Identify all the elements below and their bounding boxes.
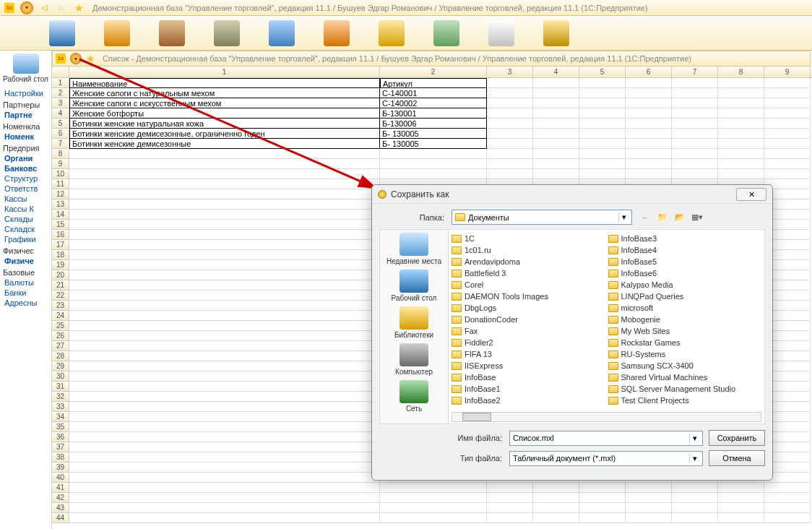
folder-item[interactable]: Corel: [452, 279, 605, 291]
folder-item[interactable]: InfoBase3: [608, 233, 762, 244]
toolbar-icon-1[interactable]: [49, 20, 75, 46]
place-item[interactable]: Компьютер: [380, 343, 448, 376]
cancel-button[interactable]: Отмена: [709, 450, 765, 466]
sidebar-link[interactable]: Кассы: [4, 194, 51, 203]
place-item[interactable]: Библиотеки: [380, 306, 448, 339]
folder-item[interactable]: Test Client Projects: [608, 395, 762, 406]
table-row[interactable]: 4Женские ботфортыБ-130001: [52, 108, 812, 119]
toolbar-icon-7[interactable]: [379, 20, 405, 46]
table-row[interactable]: 44: [52, 513, 812, 523]
folder-item[interactable]: IISExpress: [452, 360, 605, 371]
folder-item[interactable]: DAEMON Tools Images: [452, 291, 605, 302]
chevron-down-icon[interactable]: ▾: [618, 212, 629, 222]
sidebar-link[interactable]: Банковс: [4, 164, 51, 173]
folder-item[interactable]: Rockstar Games: [608, 337, 762, 348]
folder-item[interactable]: RU-Systems: [608, 348, 762, 360]
sidebar-link[interactable]: Графики: [4, 235, 51, 244]
table-row[interactable]: 9: [52, 159, 812, 169]
folder-item[interactable]: Mobogenie: [608, 314, 762, 325]
sidebar-home[interactable]: Рабочий стол: [0, 53, 51, 83]
sidebar-link[interactable]: Валюты: [4, 278, 51, 287]
toolbar-icon-6[interactable]: [324, 20, 350, 46]
logo-1c-icon[interactable]: 1c: [3, 1, 16, 14]
folder-select[interactable]: Документы ▾: [452, 210, 632, 225]
dropdown-icon[interactable]: ▾: [20, 1, 33, 14]
folder-item[interactable]: 1C: [452, 233, 605, 244]
toolbar-icon-4[interactable]: [214, 20, 240, 46]
chevron-down-icon[interactable]: ▾: [689, 454, 699, 463]
sidebar-link[interactable]: Склады: [4, 215, 51, 223]
table-row[interactable]: 43: [52, 503, 812, 513]
header-name[interactable]: Наименование: [69, 78, 380, 88]
table-row[interactable]: 7Ботинки женские демисезонныеБ- 130005: [52, 139, 812, 149]
sidebar-link[interactable]: Банки: [4, 288, 51, 297]
folder-item[interactable]: 1c01.ru: [452, 244, 605, 256]
toolbar-icon-2[interactable]: [104, 20, 130, 46]
folder-item[interactable]: microsoft: [608, 302, 762, 314]
sub-dropdown-icon[interactable]: ▾: [70, 53, 82, 64]
nav-forward-icon[interactable]: ▷: [55, 1, 68, 14]
header-article[interactable]: Артикул: [380, 78, 487, 88]
folder-item[interactable]: InfoBase5: [608, 256, 762, 267]
folder-item[interactable]: FIFA 13: [452, 348, 605, 360]
sidebar-link[interactable]: Физиче: [4, 257, 51, 265]
folder-item[interactable]: Shared Virtual Machines: [608, 371, 762, 383]
folder-item[interactable]: SQL Server Management Studio: [608, 383, 762, 395]
folder-item[interactable]: Fiddler2: [452, 337, 605, 348]
folder-item[interactable]: Fax: [452, 325, 605, 337]
folder-item[interactable]: InfoBase: [452, 371, 605, 383]
table-row[interactable]: 2Женские сапоги с натуральным мехомС-140…: [52, 88, 812, 98]
folder-item[interactable]: InfoBase2: [452, 395, 605, 406]
horizontal-scrollbar[interactable]: [452, 412, 761, 422]
nav-back-icon[interactable]: ◁: [38, 1, 51, 14]
table-row[interactable]: 41: [52, 483, 812, 493]
toolbar-icon-10[interactable]: [543, 20, 569, 46]
sidebar-link[interactable]: Структур: [4, 174, 51, 183]
folder-item[interactable]: Samsung SCX-3400: [608, 360, 762, 371]
table-row[interactable]: 8: [52, 149, 812, 159]
up-folder-icon[interactable]: 📁: [655, 210, 670, 225]
toolbar-icon-5[interactable]: [269, 20, 295, 46]
sub-logo-icon[interactable]: 1c: [56, 53, 66, 64]
sub-favorite-icon[interactable]: ★: [86, 53, 95, 64]
new-folder-icon[interactable]: 📂: [673, 210, 687, 225]
sidebar-link[interactable]: Номенк: [4, 132, 51, 141]
toolbar-icon-9[interactable]: [488, 20, 514, 46]
chevron-down-icon[interactable]: ▾: [689, 434, 699, 443]
folder-item[interactable]: Arendavipdoma: [452, 256, 605, 267]
view-menu-icon[interactable]: ▦▾: [690, 210, 704, 225]
folder-item[interactable]: InfoBase6: [608, 267, 762, 279]
file-list[interactable]: 1C1c01.ruArendavipdomaBattlefield 3Corel…: [449, 229, 765, 424]
place-item[interactable]: Недавние места: [380, 233, 448, 265]
save-button[interactable]: Сохранить: [709, 430, 765, 446]
place-item[interactable]: Сеть: [380, 380, 448, 413]
toolbar-icon-8[interactable]: [433, 20, 459, 46]
filetype-select[interactable]: Табличный документ (*.mxl) ▾: [509, 451, 703, 466]
favorite-icon[interactable]: ★: [72, 1, 85, 14]
place-item[interactable]: Рабочий стол: [380, 270, 448, 302]
sidebar-link[interactable]: Ответств: [4, 184, 51, 193]
table-row[interactable]: 10: [52, 169, 812, 179]
table-row[interactable]: 5Ботинки женские натуральная кожаБ-13000…: [52, 119, 812, 129]
folder-item[interactable]: InfoBase1: [452, 383, 605, 395]
dialog-close-button[interactable]: ✕: [736, 188, 766, 201]
table-row[interactable]: 6Ботинки женские демисезонные, ограничен…: [52, 129, 812, 139]
filename-input[interactable]: Список.mxl ▾: [509, 431, 703, 446]
table-row[interactable]: 42: [52, 493, 812, 503]
nav-back-icon[interactable]: ←: [638, 210, 652, 225]
folder-item[interactable]: InfoBase4: [608, 244, 762, 256]
folder-item[interactable]: My Web Sites: [608, 325, 762, 337]
sidebar-link[interactable]: Партне: [4, 111, 51, 119]
folder-item[interactable]: LINQPad Queries: [608, 291, 762, 302]
sidebar-link[interactable]: Кассы К: [4, 205, 51, 213]
table-row[interactable]: 3Женские сапоги с искусственным мехомС-1…: [52, 98, 812, 108]
folder-item[interactable]: Kalypso Media: [608, 279, 762, 291]
sidebar-link[interactable]: Складск: [4, 225, 51, 233]
folder-item[interactable]: DbgLogs: [452, 302, 605, 314]
sidebar-link[interactable]: Органи: [4, 154, 51, 163]
sidebar-link[interactable]: Адресны: [4, 298, 51, 307]
folder-item[interactable]: DonationCoder: [452, 314, 605, 325]
toolbar-icon-3[interactable]: [159, 20, 185, 46]
sidebar-settings[interactable]: Настройки: [4, 89, 51, 98]
folder-item[interactable]: Battlefield 3: [452, 267, 605, 279]
